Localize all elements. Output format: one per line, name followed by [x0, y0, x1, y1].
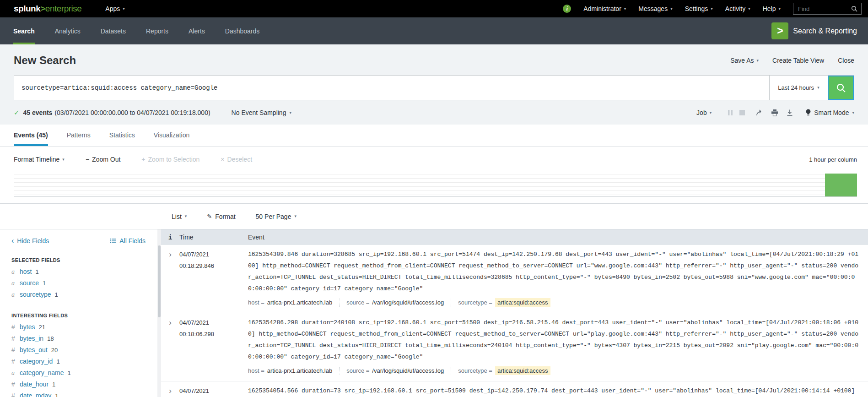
- search-submit-button[interactable]: [828, 76, 854, 100]
- nav-tab-search[interactable]: Search: [13, 17, 35, 44]
- scrollbar-thumb[interactable]: [158, 245, 161, 317]
- search-query-input[interactable]: [14, 76, 769, 100]
- selected-fields-header: SELECTED FIELDS: [11, 257, 146, 263]
- source-field-value[interactable]: /var/log/squid/uf/access.log: [372, 367, 444, 374]
- interesting-fields-header: INTERESTING FIELDS: [11, 313, 146, 318]
- event-raw-text[interactable]: 1625354286.298 duration=240108 src_ip=19…: [248, 317, 859, 363]
- chevron-left-icon: ‹: [11, 237, 14, 245]
- timeline-bar-last-hour[interactable]: [825, 174, 857, 196]
- event-timeline-chart[interactable]: [14, 170, 857, 197]
- activity-menu-label: Activity: [725, 5, 745, 12]
- sidebar-scrollbar[interactable]: [157, 229, 161, 397]
- numeric-field-icon: #: [11, 379, 20, 390]
- app-identity[interactable]: > Search & Reporting: [771, 17, 857, 44]
- event-sampling-menu[interactable]: No Event Sampling ▾: [232, 109, 291, 116]
- caret-down-icon: ▾: [711, 7, 713, 11]
- system-info-icon[interactable]: i: [563, 5, 571, 13]
- zoom-out-button[interactable]: − Zoom Out: [86, 156, 120, 163]
- field-item-date-mday[interactable]: # date_mday 1: [11, 390, 146, 397]
- print-icon[interactable]: [769, 109, 781, 116]
- job-menu[interactable]: Job ▾: [696, 109, 712, 116]
- job-status-row: ✓ 45 events (03/07/2021 00:00:00.000 to …: [14, 107, 854, 119]
- help-menu[interactable]: Help ▾: [763, 5, 781, 12]
- source-field-value[interactable]: /var/log/squid/uf/access.log: [372, 299, 444, 306]
- format-results-label: Format: [215, 213, 235, 220]
- apps-menu[interactable]: Apps ▾: [105, 5, 124, 12]
- pause-icon: [724, 110, 736, 115]
- time-range-picker[interactable]: Last 24 hours ▾: [769, 76, 828, 100]
- expand-event-chevron-icon[interactable]: ›: [161, 249, 179, 308]
- find-input[interactable]: [797, 5, 851, 13]
- deselect-button[interactable]: × Deselect: [221, 156, 252, 163]
- field-item-source[interactable]: a source 1: [11, 277, 146, 289]
- event-sampling-label: No Event Sampling: [232, 109, 286, 116]
- page-title: New Search: [14, 54, 76, 67]
- settings-menu[interactable]: Settings ▾: [685, 5, 713, 12]
- all-fields-label: All Fields: [119, 237, 146, 245]
- sourcetype-field-value[interactable]: artica:squid:access: [495, 366, 550, 375]
- caret-down-icon: ▾: [294, 214, 297, 218]
- caret-down-icon: ▾: [817, 86, 819, 90]
- share-icon[interactable]: [754, 109, 766, 116]
- close-button[interactable]: Close: [838, 57, 854, 64]
- nav-tab-label: Dashboards: [225, 27, 260, 35]
- save-as-label: Save As: [730, 57, 754, 64]
- field-separator: [339, 367, 340, 375]
- field-count: 1: [43, 277, 46, 289]
- nav-tab-reports[interactable]: Reports: [146, 17, 168, 44]
- tab-statistics-label: Statistics: [109, 131, 135, 139]
- messages-menu[interactable]: Messages ▾: [638, 5, 672, 12]
- nav-tab-dashboards[interactable]: Dashboards: [225, 17, 260, 44]
- expand-event-chevron-icon[interactable]: ›: [161, 317, 179, 376]
- field-item-date-hour[interactable]: # date_hour 1: [11, 379, 146, 390]
- nav-tab-alerts[interactable]: Alerts: [189, 17, 205, 44]
- tab-visualization[interactable]: Visualization: [154, 125, 189, 146]
- string-field-icon: a: [11, 289, 20, 300]
- nav-tab-label: Datasets: [101, 27, 126, 35]
- tab-patterns[interactable]: Patterns: [67, 125, 91, 146]
- activity-menu[interactable]: Activity ▾: [725, 5, 750, 12]
- field-count: 1: [55, 390, 58, 397]
- search-mode-menu[interactable]: Smart Mode ▾: [806, 109, 854, 116]
- event-time-cell: 04/07/2021 00:18:29.846: [179, 249, 248, 308]
- format-timeline-menu[interactable]: Format Timeline ▾: [14, 156, 65, 163]
- event-time: 00:18:06.298: [179, 328, 248, 340]
- format-results-button[interactable]: ✎ Format: [207, 213, 235, 220]
- tab-statistics[interactable]: Statistics: [109, 125, 135, 146]
- field-count: 1: [68, 367, 71, 379]
- create-table-view-button[interactable]: Create Table View: [772, 57, 824, 64]
- format-timeline-label: Format Timeline: [14, 156, 59, 163]
- all-fields-button[interactable]: All Fields: [110, 237, 146, 245]
- field-item-category-name[interactable]: a category_name 1: [11, 367, 146, 379]
- field-item-sourcetype[interactable]: a sourcetype 1: [11, 289, 146, 300]
- column-header-info: i: [161, 234, 179, 241]
- nav-tab-datasets[interactable]: Datasets: [101, 17, 126, 44]
- field-item-bytes-in[interactable]: # bytes_in 18: [11, 333, 146, 344]
- zoom-to-selection-button[interactable]: + Zoom to Selection: [141, 156, 199, 163]
- tab-events[interactable]: Events (45): [14, 125, 48, 146]
- time-range-label: Last 24 hours: [778, 84, 814, 91]
- event-count: 45 events: [23, 109, 53, 116]
- splunk-logo[interactable]: splunk>enterprise: [14, 4, 81, 14]
- user-menu[interactable]: Administrator ▾: [583, 5, 626, 12]
- nav-tab-analytics[interactable]: Analytics: [55, 17, 81, 44]
- field-item-bytes[interactable]: # bytes 21: [11, 321, 146, 333]
- hide-fields-button[interactable]: ‹ Hide Fields: [11, 237, 49, 245]
- event-raw-text[interactable]: 1625354054.566 duration=73 src_ip=192.16…: [248, 385, 859, 397]
- host-field-value[interactable]: artica-prx1.articatech.lab: [267, 299, 332, 306]
- sourcetype-field-value[interactable]: artica:squid:access: [495, 298, 550, 307]
- list-view-menu[interactable]: List ▾: [172, 213, 187, 220]
- field-item-category-id[interactable]: # category_id 1: [11, 356, 146, 367]
- export-icon[interactable]: [784, 109, 796, 116]
- find-search-box: [793, 3, 862, 15]
- host-field-value[interactable]: artica-prx1.articatech.lab: [267, 367, 332, 374]
- per-page-menu[interactable]: 50 Per Page ▾: [256, 213, 297, 220]
- string-field-icon: a: [11, 266, 20, 277]
- field-item-bytes-out[interactable]: # bytes_out 20: [11, 344, 146, 356]
- field-count: 20: [51, 344, 58, 356]
- field-item-host[interactable]: a host 1: [11, 266, 146, 277]
- event-raw-text[interactable]: 1625354309.846 duration=328685 src_ip=19…: [248, 249, 859, 294]
- expand-event-chevron-icon[interactable]: ›: [161, 385, 179, 397]
- save-as-button[interactable]: Save As ▾: [730, 57, 759, 64]
- timeline-scale-label: 1 hour per column: [809, 156, 857, 163]
